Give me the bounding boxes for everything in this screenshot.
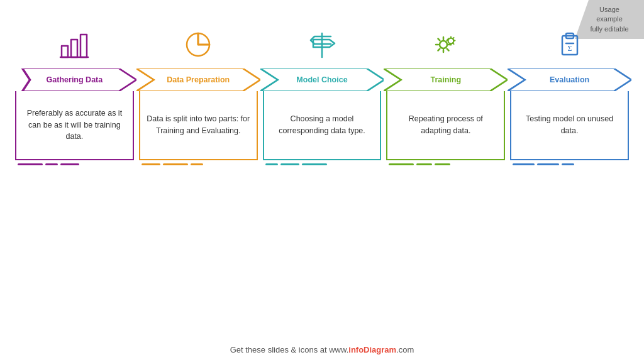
step-col-2: Data PreparationData is split into two p… <box>136 24 260 168</box>
step-dashes-1 <box>15 160 134 168</box>
dash-element <box>513 163 535 165</box>
dash-element <box>537 163 559 165</box>
page-title <box>0 0 644 18</box>
step-dashes-4 <box>386 160 505 168</box>
step-icon-5: Σ <box>553 24 586 65</box>
step-label-5: Evaluation <box>508 69 631 91</box>
dash-element <box>562 163 574 165</box>
svg-point-10 <box>440 41 447 48</box>
dash-element <box>389 163 414 165</box>
svg-rect-2 <box>80 35 87 57</box>
footer: Get these slides & icons at www.infoDiag… <box>0 345 644 354</box>
diagram-area: Gathering DataPreferably as accurate as … <box>0 18 644 168</box>
step-col-1: Gathering DataPreferably as accurate as … <box>13 24 136 168</box>
step-icon-4 <box>430 24 462 65</box>
dash-element <box>45 163 58 165</box>
step-label-3: Model Choice <box>260 69 384 91</box>
svg-rect-0 <box>62 46 68 57</box>
step-desc-2: Data is split into two parts: for Traini… <box>139 91 258 160</box>
step-icon-1 <box>58 24 91 65</box>
dash-element <box>18 163 43 165</box>
dash-element <box>416 163 432 165</box>
step-col-3: Model ChoiceChoosing a model correspondi… <box>260 24 384 168</box>
step-desc-5: Testing model on unused data. <box>510 91 629 160</box>
step-icon-2 <box>182 24 214 65</box>
step-label-1: Gathering Data <box>13 69 136 91</box>
step-icon-3 <box>306 24 338 65</box>
dash-element <box>163 163 188 165</box>
dash-element <box>265 163 278 165</box>
dash-element <box>142 163 160 165</box>
step-dashes-3 <box>263 160 382 168</box>
dash-element <box>191 163 203 165</box>
svg-rect-1 <box>71 40 77 57</box>
step-label-2: Data Preparation <box>136 69 260 91</box>
dash-element <box>60 163 79 165</box>
step-desc-4: Repeating process of adapting data. <box>386 91 505 160</box>
step-dashes-5 <box>510 160 629 168</box>
step-label-4: Training <box>384 69 508 91</box>
step-dashes-2 <box>139 160 258 168</box>
dash-element <box>280 163 299 165</box>
dash-element <box>435 163 450 165</box>
step-desc-1: Preferably as accurate as it can be as i… <box>15 91 134 160</box>
step-desc-3: Choosing a model corresponding data type… <box>263 91 382 160</box>
svg-text:Σ: Σ <box>567 44 572 53</box>
dash-element <box>302 163 327 165</box>
step-col-4: TrainingRepeating process of adapting da… <box>384 24 508 168</box>
step-col-5: Σ EvaluationTesting model on unused data… <box>508 24 631 168</box>
steps-row: Gathering DataPreferably as accurate as … <box>13 24 631 168</box>
